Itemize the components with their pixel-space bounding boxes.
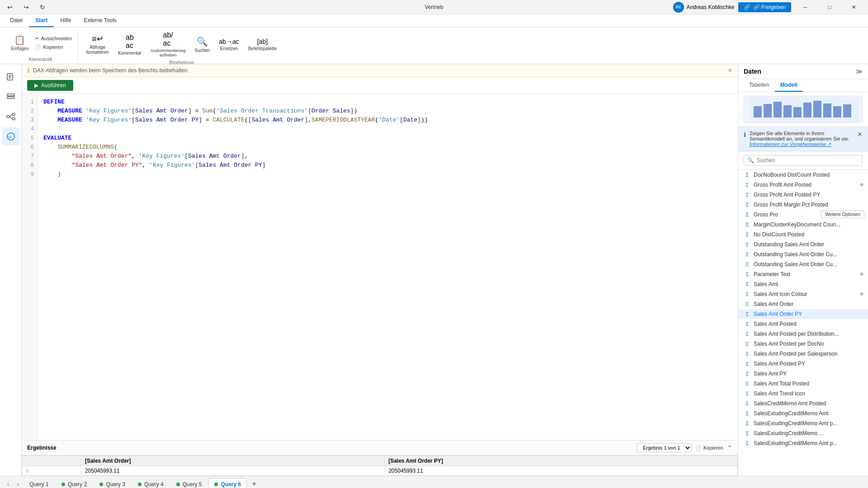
- code-line-6: SUMMARIZECOLUMNS(: [43, 143, 732, 152]
- code-editor[interactable]: 1 2 3 4 5 6 7 8 9 DEFINE MEASURE 'Key Fi…: [22, 94, 738, 440]
- field-sales-amt-order[interactable]: Σ Sales Amt Order: [738, 299, 868, 309]
- copy-results-label: Kopieren: [703, 445, 723, 450]
- query-tab-6[interactable]: Query 6: [208, 478, 247, 488]
- close-banner-button[interactable]: ✕: [728, 67, 732, 74]
- suchen-button[interactable]: 🔍 Suchen: [191, 34, 213, 55]
- svg-rect-15: [764, 104, 772, 117]
- field-sales-amt-posted-docno[interactable]: Σ Sales Amt Posted per DocNo: [738, 339, 868, 349]
- query-tab-2[interactable]: Query 2: [56, 478, 93, 488]
- field-sigma-icon: Σ: [744, 291, 751, 298]
- field-sales-amt-posted-dist[interactable]: Σ Sales Amt Posted per Distribution...: [738, 329, 868, 339]
- sidebar-report-icon[interactable]: [2, 68, 20, 86]
- svg-rect-19: [803, 103, 811, 117]
- field-sales-amt-order-py[interactable]: Σ Sales Amt Order PY: [738, 309, 868, 319]
- format-icon: ≡↵: [92, 34, 104, 44]
- field-sales-amt-total[interactable]: Σ Sales Amt Total Posted: [738, 379, 868, 389]
- tab-hilfe[interactable]: Hilfe: [54, 14, 77, 27]
- reload-button[interactable]: ↻: [36, 1, 49, 14]
- scroll-left-button[interactable]: ‹: [4, 480, 13, 488]
- field-sales-credit-memo[interactable]: Σ SalesCreditMemo Amt Posted: [738, 399, 868, 408]
- col-header-sales-amt-order-py: [Sales Amt Order PY]: [385, 456, 738, 466]
- close-info-button[interactable]: ✕: [857, 131, 863, 138]
- ersetzen-button[interactable]: ab→ac Ersetzen: [215, 36, 242, 53]
- collapse-results-button[interactable]: ⌃: [727, 444, 732, 451]
- run-button[interactable]: ▶ Ausführen: [27, 80, 73, 91]
- sidebar-model-icon[interactable]: [2, 108, 20, 126]
- field-margin-cluster[interactable]: Σ MarginClusterKeyDocument Coun...: [738, 220, 868, 230]
- field-gross-margin[interactable]: Σ Gross Profit Margin Pct Posted: [738, 200, 868, 210]
- svg-rect-16: [774, 102, 782, 117]
- field-sigma-icon: Σ: [744, 251, 751, 258]
- visibility-icon[interactable]: 👁: [859, 272, 864, 277]
- field-sales-excl-credit3[interactable]: Σ SalesExludingCreditMemo ...: [738, 428, 868, 438]
- field-outstanding-cu2[interactable]: Σ Outstanding Sales Amt Order Cu...: [738, 259, 868, 269]
- field-sigma-icon: Σ: [744, 320, 751, 328]
- svg-line-10: [9, 117, 12, 119]
- sidebar-dax-icon[interactable]: fx: [2, 127, 20, 145]
- abfrage-format-button[interactable]: ≡↵ Abfrageformatieren: [83, 32, 113, 56]
- field-outstanding-order[interactable]: Σ Outstanding Sales Amt Order: [738, 239, 868, 249]
- tab-externe-tools[interactable]: Externe Tools: [77, 14, 123, 27]
- ausschneiden-button[interactable]: ✂ Ausschneiden: [33, 35, 74, 42]
- field-sales-amt-posted[interactable]: Σ Sales Amt Posted: [738, 319, 868, 329]
- code-content[interactable]: DEFINE MEASURE 'Key Figures'[Sales Amt O…: [38, 94, 738, 440]
- field-sales-excl-credit2[interactable]: Σ SalesExludingCreditMemo Amt p...: [738, 418, 868, 428]
- query-tab-5[interactable]: Query 5: [170, 478, 208, 488]
- copy-results-button[interactable]: 📄 Kopieren: [695, 445, 723, 451]
- info-link[interactable]: Informationen zur Vorgehensweise ↗: [750, 141, 831, 147]
- search-icon: 🔍: [747, 157, 754, 164]
- field-sales-amt-posted-salesperson[interactable]: Σ Sales Amt Posted per Salesperson: [738, 349, 868, 359]
- field-sales-amt-icon-colour[interactable]: Σ Sales Amt Icon Colour 👁: [738, 289, 868, 299]
- field-gross-profit[interactable]: Σ Gross Profit Amt Posted 👁: [738, 180, 868, 190]
- befehlspalette-button[interactable]: [ab] Befehlspalette: [245, 36, 280, 53]
- visibility-icon[interactable]: 👁: [859, 291, 864, 297]
- field-outstanding-cu1[interactable]: Σ Outstanding Sales Amt Order Cu...: [738, 249, 868, 259]
- field-gross-pro-more[interactable]: Σ Gross Pro Weitere Optionen ...: [738, 210, 868, 220]
- field-no-dist[interactable]: Σ No DistCount Posted: [738, 230, 868, 239]
- window-title: Vertrieb: [425, 4, 443, 10]
- tab-datei[interactable]: Datei: [4, 14, 29, 27]
- field-parameter-text[interactable]: Σ Parameter Text 👁: [738, 269, 868, 279]
- results-selector[interactable]: Ergebnis 1 von 1: [637, 443, 692, 452]
- field-gross-profit-py[interactable]: Σ Gross Profit Amt Posted PY: [738, 190, 868, 200]
- tab-modell[interactable]: Modell: [775, 79, 803, 92]
- add-query-button[interactable]: +: [248, 478, 260, 488]
- tab-tabellen[interactable]: Tabellen: [744, 79, 775, 92]
- field-sales-excl-credit4[interactable]: Σ SalesExludingCreditMemo Amt p...: [738, 438, 868, 448]
- visibility-icon[interactable]: 👁: [859, 182, 864, 188]
- svg-rect-22: [833, 106, 841, 117]
- query-tab-3[interactable]: Query 3: [94, 478, 131, 488]
- info-banner: ℹ DAX-Abfragen werden beim Speichern des…: [22, 64, 738, 77]
- expand-panel-button[interactable]: ≫: [856, 68, 863, 75]
- search-input[interactable]: [744, 155, 863, 166]
- close-button[interactable]: ✕: [844, 0, 864, 14]
- tab-start[interactable]: Start: [29, 14, 54, 27]
- kommentar-button[interactable]: abac Kommentar: [114, 32, 145, 57]
- minimize-button[interactable]: ─: [795, 0, 816, 14]
- redo-button[interactable]: ↪: [20, 1, 33, 14]
- sidebar-data-icon[interactable]: [2, 88, 20, 106]
- auskommentierung-button[interactable]: ab/ac Auskommentierungaufheben: [147, 29, 189, 59]
- title-bar-left: ↩ ↪ ↻: [4, 1, 49, 14]
- field-sales-amt-py[interactable]: Σ Sales Amt PY: [738, 369, 868, 379]
- einfugen-button[interactable]: 📋 Einfügen: [7, 33, 32, 53]
- panel-tabs: Tabellen Modell: [738, 79, 868, 92]
- field-sales-trend-icon[interactable]: Σ Sales Amt Trend Icon: [738, 389, 868, 399]
- svg-rect-21: [823, 103, 831, 117]
- field-docno-bound[interactable]: Σ DocNoBound DistCount Posted: [738, 170, 868, 180]
- query-tab-1[interactable]: Query 1: [24, 478, 55, 488]
- kommentar-label: Kommentar: [118, 51, 142, 56]
- kopieren-button[interactable]: 📄 Kopieren: [33, 43, 74, 51]
- field-sales-amt-posted-py[interactable]: Σ Sales Amt Posted PY: [738, 359, 868, 369]
- field-sales-excl-credit1[interactable]: Σ SalesExludingCreditMemo Amt: [738, 408, 868, 418]
- scroll-right-button[interactable]: ›: [14, 480, 23, 488]
- field-sales-amt[interactable]: Σ Sales Amt: [738, 279, 868, 289]
- more-dots[interactable]: ...: [799, 212, 803, 217]
- share-button[interactable]: 🔗 🔗 Freigeben: [738, 2, 791, 12]
- svg-rect-18: [793, 107, 802, 117]
- title-bar-right: AK Andreas Koblischke 🔗 🔗 Freigeben ─ □ …: [673, 0, 864, 14]
- ribbon-content: 📋 Einfügen ✂ Ausschneiden 📄 Kopieren Kle…: [0, 28, 868, 64]
- query-tab-4[interactable]: Query 4: [132, 478, 170, 488]
- maximize-button[interactable]: □: [819, 0, 840, 14]
- undo-button[interactable]: ↩: [4, 1, 16, 14]
